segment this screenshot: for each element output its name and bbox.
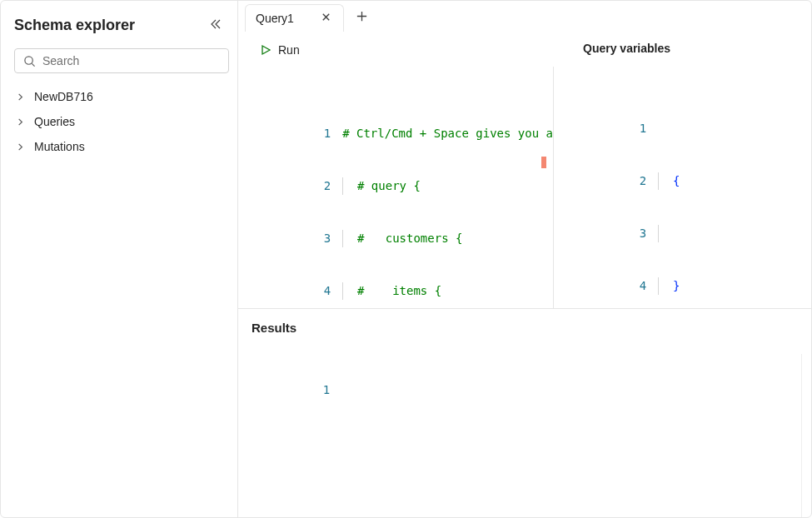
code-text: # query { (343, 179, 421, 192)
svg-point-0 (25, 56, 32, 63)
tab-query1[interactable]: Query1 (245, 4, 344, 32)
chevron-right-icon (16, 117, 26, 127)
tab-close-button[interactable] (319, 10, 333, 27)
variables-editor[interactable]: 1 2 3 4 5 { } (554, 67, 811, 308)
code-text: # customers { (343, 232, 462, 245)
overview-ruler-marker (541, 157, 546, 168)
query-code[interactable]: # Ctrl/Cmd + Space gives you a # query {… (342, 90, 553, 308)
code-text: # Ctrl/Cmd + Space gives you a (342, 127, 553, 140)
chevron-double-left-icon (209, 17, 222, 33)
tree-item-mutations[interactable]: Mutations (16, 140, 229, 153)
schema-tree: NewDB716 Queries Mutations (14, 90, 229, 153)
code-text: } (673, 279, 680, 292)
query-variables-title: Query variables (568, 32, 811, 65)
vars-line-gutter: 1 2 3 4 5 (562, 85, 658, 308)
search-icon (23, 55, 36, 67)
run-button[interactable]: Run (255, 40, 305, 60)
plus-icon (356, 9, 368, 27)
query-editor[interactable]: 1 2 3 4 5 6 7 8 9 # Ctrl/Cmd + Space giv… (238, 90, 553, 308)
chevron-right-icon (16, 92, 26, 102)
results-scrollbar[interactable] (801, 354, 811, 517)
results-line-gutter: 1 (260, 346, 341, 434)
tree-item-queries[interactable]: Queries (16, 115, 229, 128)
search-field-wrapper[interactable] (14, 48, 229, 73)
code-text: # items { (343, 284, 441, 297)
tree-item-label: Mutations (34, 140, 85, 153)
collapse-sidebar-button[interactable] (206, 14, 226, 37)
results-code[interactable] (341, 346, 798, 434)
tree-item-label: NewDB716 (34, 90, 93, 103)
search-input[interactable] (42, 54, 220, 67)
code-text: { (673, 174, 680, 187)
results-title: Results (252, 321, 798, 335)
query-tabs: Query1 (238, 1, 811, 32)
tab-label: Query1 (256, 12, 294, 25)
vars-code[interactable]: { } (658, 85, 811, 308)
close-icon (321, 12, 331, 25)
schema-explorer-title: Schema explorer (14, 17, 135, 34)
chevron-right-icon (16, 142, 26, 152)
schema-explorer-panel: Schema explorer (1, 1, 238, 517)
query-line-gutter: 1 2 3 4 5 6 7 8 9 (247, 90, 342, 308)
results-panel: Results 1 (238, 309, 811, 517)
new-tab-button[interactable] (351, 4, 373, 32)
results-editor[interactable]: 1 (252, 343, 798, 434)
run-button-label: Run (278, 43, 300, 57)
tree-item-label: Queries (34, 115, 75, 128)
play-icon (260, 44, 271, 56)
tree-item-newdb716[interactable]: NewDB716 (16, 90, 229, 103)
